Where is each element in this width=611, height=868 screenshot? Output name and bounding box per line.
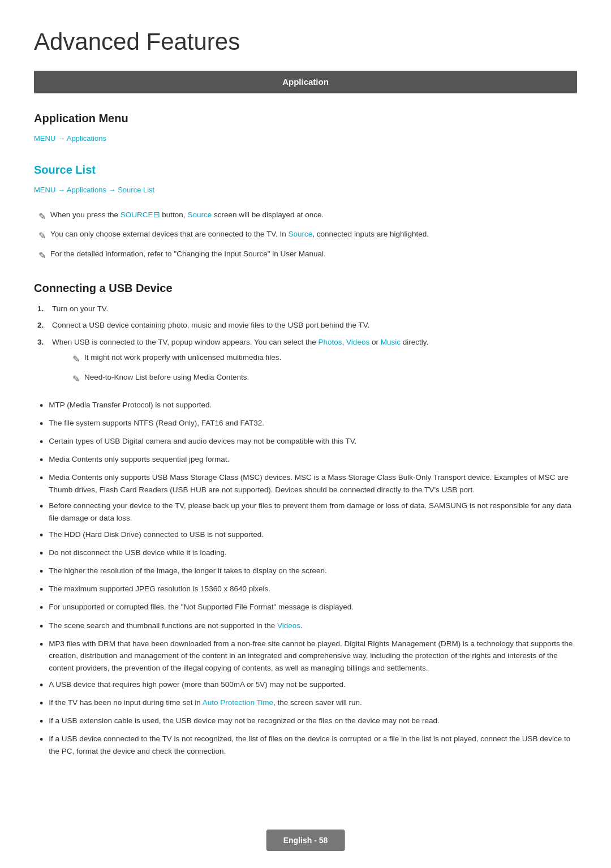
breadcrumb-arrow1: → xyxy=(58,134,67,143)
photos-link[interactable]: Photos xyxy=(319,338,342,346)
bullet-text-3: Certain types of USB Digital camera and … xyxy=(49,435,356,448)
usb-device-section: Connecting a USB Device 1. Turn on your … xyxy=(34,279,577,758)
bullet-7: • The HDD (Hard Disk Drive) connected to… xyxy=(40,528,577,543)
bullet-17: • If a USB device connected to the TV is… xyxy=(40,733,577,757)
bullet-text-13: MP3 files with DRM that have been downlo… xyxy=(49,638,577,674)
step-text-2: Connect a USB device containing photo, m… xyxy=(52,319,369,332)
sub-note-1: ✎ It might not work properly with unlice… xyxy=(68,351,428,367)
bullet-9: • The higher the resolution of the image… xyxy=(40,565,577,579)
bullet-dot-10: • xyxy=(40,583,43,597)
bullet-13: • MP3 files with DRM that have been down… xyxy=(40,638,577,674)
bullet-dot-16: • xyxy=(40,715,43,729)
usb-step-3: 3. When USB is connected to the TV, popu… xyxy=(37,336,577,391)
step-num-2: 2. xyxy=(37,319,48,332)
usb-step-1: 1. Turn on your TV. xyxy=(37,303,577,315)
bullet-text-17: If a USB device connected to the TV is n… xyxy=(49,733,577,757)
bullet-12: • The scene search and thumbnail functio… xyxy=(40,620,577,634)
bullet-dot-3: • xyxy=(40,435,43,449)
bullet-dot-11: • xyxy=(40,601,43,615)
step-3-content: When USB is connected to the TV, popup w… xyxy=(52,336,428,391)
bullet-dot-17: • xyxy=(40,733,43,747)
bullet-dot-15: • xyxy=(40,697,43,711)
bullet-dot-14: • xyxy=(40,678,43,693)
bullet-2: • The file system supports NTFS (Read On… xyxy=(40,417,577,431)
source-link-2[interactable]: Source xyxy=(289,230,313,238)
bullet-text-1: MTP (Media Transfer Protocol) is not sup… xyxy=(49,399,212,411)
source-list-section: Source List MENU → Applications → Source… xyxy=(34,161,577,263)
source-note-3-text: For the detailed information, refer to "… xyxy=(50,248,326,260)
application-menu-section: Application Menu MENU → Applications xyxy=(34,109,577,145)
source-list-title: Source List xyxy=(34,161,577,179)
bullet-4: • Media Contents only supports sequentia… xyxy=(40,453,577,467)
usb-bullets-list: • MTP (Media Transfer Protocol) is not s… xyxy=(34,399,577,758)
bullet-text-8: Do not disconnect the USB device while i… xyxy=(49,547,226,559)
bullet-text-9: The higher the resolution of the image, … xyxy=(49,565,327,577)
bullet-text-4: Media Contents only supports sequential … xyxy=(49,453,229,466)
sub-note-text-1: It might not work properly with unlicens… xyxy=(84,351,281,364)
bullet-text-2: The file system supports NTFS (Read Only… xyxy=(49,417,264,429)
bullet-dot-6: • xyxy=(40,500,43,514)
breadcrumb-applications-link[interactable]: Applications xyxy=(67,134,106,143)
bullet-14: • A USB device that requires high power … xyxy=(40,678,577,693)
sub-note-2: ✎ Need-to-Know List before using Media C… xyxy=(68,371,428,386)
bullet-3: • Certain types of USB Digital camera an… xyxy=(40,435,577,449)
bullet-text-5: Media Contents only supports USB Mass St… xyxy=(49,471,577,496)
videos-link[interactable]: Videos xyxy=(346,338,369,346)
bullet-10: • The maximum supported JPEG resolution … xyxy=(40,583,577,597)
usb-steps-list: 1. Turn on your TV. 2. Connect a USB dev… xyxy=(34,303,577,391)
footer-english-label: English - 58 xyxy=(266,830,345,851)
auto-protection-link[interactable]: Auto Protection Time xyxy=(203,698,273,707)
step-num-3: 3. xyxy=(37,336,48,349)
bullet-text-14: A USB device that requires high power (m… xyxy=(49,678,346,691)
step-3-subnotes: ✎ It might not work properly with unlice… xyxy=(52,351,428,386)
step-num-1: 1. xyxy=(37,303,48,315)
bullet-text-10: The maximum supported JPEG resolution is… xyxy=(49,583,270,595)
step-text-3: When USB is connected to the TV, popup w… xyxy=(52,338,428,346)
bullet-text-7: The HDD (Hard Disk Drive) connected to U… xyxy=(49,528,264,541)
bullet-dot-1: • xyxy=(40,399,43,413)
source-note-3: ✎ For the detailed information, refer to… xyxy=(34,248,577,263)
application-menu-breadcrumb: MENU → Applications xyxy=(34,133,577,145)
sub-note-icon-1: ✎ xyxy=(72,352,80,367)
bullet-11: • For unsupported or corrupted files, th… xyxy=(40,601,577,615)
note-icon-1: ✎ xyxy=(38,209,46,224)
usb-step-2: 2. Connect a USB device containing photo… xyxy=(37,319,577,332)
music-link[interactable]: Music xyxy=(381,338,401,346)
application-menu-title: Application Menu xyxy=(34,109,577,127)
source-btn-link[interactable]: SOURCE⊟ xyxy=(121,210,160,219)
bullet-text-16: If a USB extension cable is used, the US… xyxy=(49,715,439,727)
source-link-1[interactable]: Source xyxy=(187,210,212,219)
bullet-text-11: For unsupported or corrupted files, the … xyxy=(49,601,354,613)
bullet-1: • MTP (Media Transfer Protocol) is not s… xyxy=(40,399,577,413)
bullet-8: • Do not disconnect the USB device while… xyxy=(40,547,577,561)
sub-note-icon-2: ✎ xyxy=(72,372,80,386)
application-header-bar: Application xyxy=(34,71,577,93)
bullet-16: • If a USB extension cable is used, the … xyxy=(40,715,577,729)
note-icon-3: ✎ xyxy=(38,248,46,263)
sub-note-text-2: Need-to-Know List before using Media Con… xyxy=(84,371,249,384)
source-note-2-text: You can only choose external devices tha… xyxy=(50,228,429,240)
source-note-2: ✎ You can only choose external devices t… xyxy=(34,228,577,243)
bullet-text-6: Before connecting your device to the TV,… xyxy=(49,500,577,524)
bullet-dot-13: • xyxy=(40,638,43,652)
bullet-dot-9: • xyxy=(40,565,43,579)
bullet-6: • Before connecting your device to the T… xyxy=(40,500,577,524)
sl-applications-link[interactable]: Applications xyxy=(67,186,106,194)
source-list-breadcrumb: MENU → Applications → Source List xyxy=(34,184,577,196)
note-icon-2: ✎ xyxy=(38,229,46,243)
usb-device-title: Connecting a USB Device xyxy=(34,279,577,297)
bullet-dot-8: • xyxy=(40,547,43,561)
bullet-dot-2: • xyxy=(40,417,43,431)
videos-link-2[interactable]: Videos xyxy=(277,621,300,630)
bullet-dot-4: • xyxy=(40,453,43,467)
bullet-15: • If the TV has been no input during tim… xyxy=(40,697,577,711)
source-note-1: ✎ When you press the SOURCE⊟ button, Sou… xyxy=(34,209,577,224)
bullet-dot-5: • xyxy=(40,471,43,485)
bullet-dot-12: • xyxy=(40,620,43,634)
page-title: Advanced Features xyxy=(34,23,577,61)
breadcrumb-menu: MENU xyxy=(34,134,55,143)
step-text-1: Turn on your TV. xyxy=(52,303,108,315)
bullet-dot-7: • xyxy=(40,528,43,543)
source-note-1-text: When you press the SOURCE⊟ button, Sourc… xyxy=(50,209,324,221)
sl-sourcelist-link[interactable]: Source List xyxy=(118,186,154,194)
